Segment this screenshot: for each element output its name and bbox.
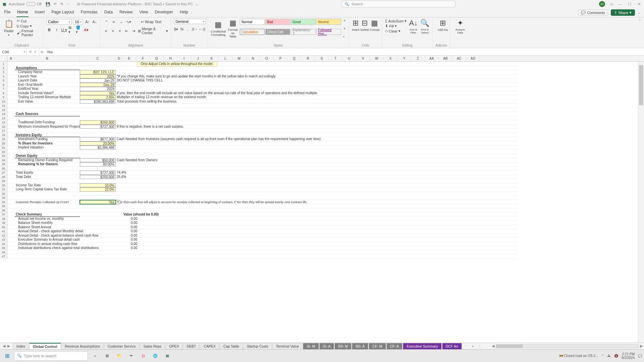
sheet-tab-bs-m[interactable]: BS- M — [334, 343, 352, 349]
font-name-select[interactable]: Calibri▾ — [46, 19, 72, 24]
select-all-corner[interactable] — [0, 56, 7, 61]
cell[interactable] — [116, 250, 518, 255]
row-header[interactable]: 31 — [0, 187, 7, 192]
cell[interactable]: 0.00 — [116, 217, 518, 221]
cell[interactable] — [15, 208, 80, 213]
ribbon-tab-file[interactable]: File — [3, 8, 11, 17]
cell[interactable] — [116, 83, 518, 87]
cell[interactable] — [80, 66, 116, 70]
merge-center-button[interactable]: ⊞ Merge & Center ▾ — [138, 27, 168, 35]
autosave-toggle[interactable]: AutoSave Off — [9, 2, 42, 6]
cell[interactable] — [7, 104, 15, 108]
cell[interactable]: 2.00x — [80, 95, 116, 100]
row-header[interactable]: 6 — [0, 83, 7, 87]
styles-scroll-down-icon[interactable]: ▼ — [343, 27, 346, 30]
cell[interactable] — [80, 196, 116, 200]
cell[interactable] — [80, 213, 116, 217]
cell[interactable]: Yes — [80, 200, 116, 204]
cell[interactable]: Total proceeds from selling the business… — [116, 100, 518, 104]
row-header[interactable]: 20 — [0, 141, 7, 146]
opera-icon[interactable]: O — [138, 351, 148, 361]
column-header[interactable]: D — [116, 56, 122, 61]
cell-style-neutral[interactable]: Neutral — [316, 19, 341, 25]
maximize-icon[interactable]: ☐ — [627, 2, 632, 6]
row-header[interactable]: 43 — [0, 238, 7, 242]
cell[interactable] — [116, 154, 518, 158]
styles-more-icon[interactable]: ▾ — [343, 35, 346, 38]
cell[interactable]: $3,386,498 — [80, 145, 116, 150]
cell[interactable] — [116, 87, 518, 91]
comments-button[interactable]: 💬 Comments — [578, 9, 608, 16]
ribbon-tab-home[interactable]: Home — [16, 8, 29, 17]
cell-style-calculation[interactable]: Calculation — [240, 29, 265, 35]
cell[interactable]: Exit Value — [15, 100, 80, 104]
fx-icon[interactable]: fx — [39, 48, 45, 55]
wrap-text-button[interactable]: ↩ Wrap Text — [141, 20, 161, 24]
cell[interactable]: Distributions to annual ending cash flow — [15, 242, 80, 246]
cell[interactable]: 0.00 — [116, 242, 518, 246]
row-header[interactable]: 36 — [0, 208, 7, 213]
format-as-table-button[interactable]: ▦Format as Table — [228, 19, 238, 38]
cell[interactable]: Remaining Owner Funding Required — [15, 158, 80, 163]
cell[interactable] — [116, 70, 518, 74]
row-header[interactable]: 11 — [0, 104, 7, 108]
styles-scroll-up-icon[interactable]: ▲ — [343, 19, 346, 22]
undo-icon[interactable]: ↶ — [54, 2, 57, 6]
column-header[interactable]: U — [342, 56, 356, 61]
ribbon-tab-insert[interactable]: Insert — [34, 8, 45, 17]
cell[interactable] — [80, 204, 116, 208]
cell[interactable] — [80, 192, 116, 196]
font-size-select[interactable]: 10▾ — [73, 19, 83, 24]
conditional-formatting-button[interactable]: ▦Conditional Formatting — [211, 19, 226, 38]
cell[interactable]: 20.00% — [80, 141, 116, 146]
cell[interactable] — [80, 208, 116, 213]
column-header[interactable]: AD — [466, 56, 480, 61]
column-header[interactable]: S — [315, 56, 329, 61]
cell[interactable]: % Share for Investors — [15, 141, 80, 146]
cell[interactable]: 'Yes' then cash flow will adjust to acco… — [116, 200, 518, 204]
cell[interactable] — [116, 162, 518, 167]
cell[interactable]: Value (should be 0.00) — [116, 213, 518, 217]
cell[interactable]: Total Equity — [15, 171, 80, 175]
align-center-icon[interactable]: ≡ — [110, 28, 116, 34]
column-header[interactable]: G — [150, 56, 164, 61]
cell[interactable] — [7, 66, 15, 70]
column-header[interactable]: I — [177, 56, 191, 61]
align-left-icon[interactable]: ≡ — [103, 28, 109, 34]
cell[interactable] — [7, 120, 15, 125]
ribbon-tab-data[interactable]: Data — [104, 8, 113, 17]
cell[interactable]: 0.00 — [116, 221, 518, 225]
column-header[interactable]: K — [205, 56, 219, 61]
increase-decimal-icon[interactable]: .0→ — [192, 26, 198, 32]
cell[interactable]: Launch Date — [15, 78, 80, 83]
cell[interactable] — [7, 254, 15, 259]
column-header[interactable]: W — [370, 56, 384, 61]
row-header[interactable]: 7 — [0, 87, 7, 91]
align-top-icon[interactable]: ⌃ — [103, 19, 109, 25]
cancel-formula-icon[interactable]: ✕ — [29, 50, 32, 54]
ribbon-tab-page-layout[interactable]: Page Layout — [51, 8, 74, 17]
column-header[interactable]: P — [274, 56, 287, 61]
increase-indent-icon[interactable]: ⇥ — [131, 28, 137, 34]
cell[interactable] — [7, 187, 15, 192]
cell[interactable] — [7, 137, 15, 141]
cell[interactable] — [7, 208, 15, 213]
cell[interactable]: 25.6% — [116, 175, 518, 179]
cell[interactable] — [7, 95, 15, 100]
cell[interactable]: 22.0% — [80, 187, 116, 192]
cell[interactable] — [7, 213, 15, 217]
align-middle-icon[interactable]: ≡ — [111, 19, 117, 25]
row-header[interactable]: 9 — [0, 95, 7, 100]
sheet-tab-customer-service[interactable]: Customer Service — [104, 343, 139, 349]
cell[interactable] — [7, 196, 15, 200]
cell[interactable]: If yes, then the end month will include … — [116, 91, 518, 96]
align-right-icon[interactable]: ≡ — [117, 28, 123, 34]
analyze-data-button[interactable]: ✦Analyze Data — [453, 19, 468, 34]
cell[interactable]: 0.00 — [116, 234, 518, 238]
cell[interactable]: $677,300 — [80, 137, 116, 141]
horizontal-scrollbar[interactable]: ◀ ▶ — [490, 343, 644, 349]
cell[interactable] — [7, 125, 15, 129]
cell[interactable] — [7, 133, 15, 137]
fill-button[interactable]: ⬇ Fill ▾ — [385, 24, 407, 28]
cell[interactable] — [7, 116, 15, 121]
